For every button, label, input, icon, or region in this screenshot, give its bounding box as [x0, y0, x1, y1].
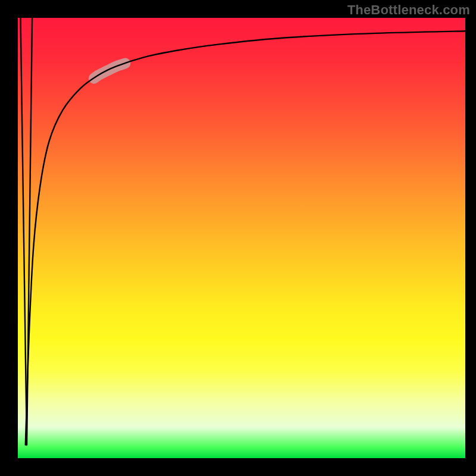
- attribution-text: TheBottleneck.com: [347, 2, 470, 18]
- highlight-segment: [94, 63, 126, 78]
- dip-line: [21, 18, 33, 445]
- chart-svg: [18, 18, 465, 458]
- plot-area: [18, 18, 465, 458]
- saturation-line: [26, 31, 465, 445]
- chart-frame: TheBottleneck.com: [0, 0, 476, 476]
